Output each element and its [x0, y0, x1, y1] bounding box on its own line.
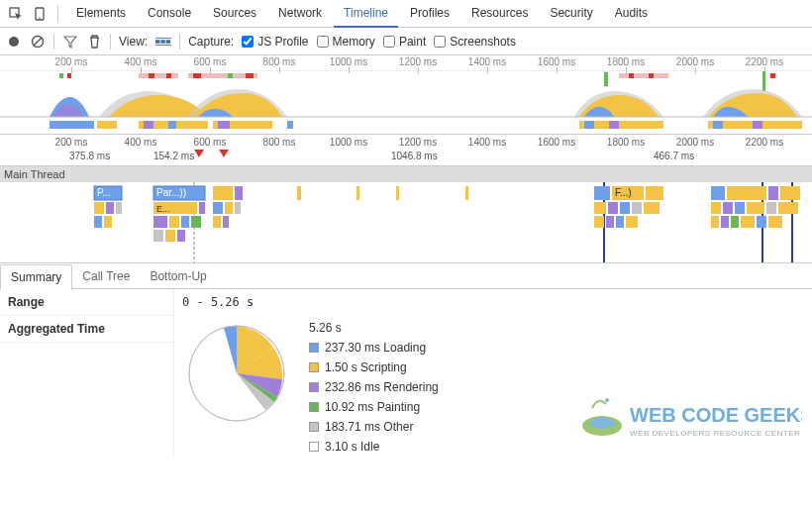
- record-icon[interactable]: [6, 34, 22, 50]
- overview-chart: [0, 71, 812, 134]
- tab-elements[interactable]: Elements: [66, 0, 136, 28]
- svg-rect-18: [228, 73, 233, 78]
- ruler-tick: 1400 ms: [468, 137, 506, 148]
- tab-network[interactable]: Network: [268, 0, 332, 28]
- flame-ruler[interactable]: 200 ms400 ms600 ms800 ms1000 ms1200 ms14…: [0, 135, 812, 166]
- summary-panel: Range Aggregated Time 0 - 5.26 s 5.26 s …: [0, 289, 812, 458]
- svg-point-2: [39, 17, 41, 19]
- svg-rect-81: [620, 202, 630, 214]
- svg-rect-58: [169, 216, 179, 228]
- filter-icon[interactable]: [62, 34, 78, 50]
- svg-rect-37: [609, 121, 619, 129]
- svg-rect-62: [165, 230, 175, 242]
- summary-content: 0 - 5.26 s 5.26 s 237.30 ms Loading 1.50…: [174, 289, 812, 458]
- svg-rect-13: [139, 73, 178, 78]
- ruler-tick: 400 ms: [125, 137, 157, 148]
- svg-rect-96: [766, 202, 776, 214]
- svg-text:F...): F...): [615, 187, 632, 198]
- svg-rect-67: [225, 202, 233, 214]
- svg-rect-82: [632, 202, 642, 214]
- svg-rect-69: [213, 216, 221, 228]
- svg-rect-98: [711, 216, 719, 228]
- total-time: 5.26 s: [309, 321, 439, 335]
- ruler-tick: 1800 ms: [607, 56, 645, 67]
- svg-rect-19: [246, 73, 254, 78]
- svg-rect-74: [465, 186, 468, 200]
- flame-chart[interactable]: P... Par...)) E... F...): [0, 182, 812, 263]
- inspect-icon[interactable]: [6, 4, 26, 24]
- svg-rect-68: [235, 202, 241, 214]
- ruler-tick: 1600 ms: [538, 137, 575, 148]
- svg-text:P...: P...: [97, 187, 111, 198]
- svg-rect-88: [711, 186, 725, 200]
- tab-security[interactable]: Security: [540, 0, 602, 28]
- screenshots-checkbox[interactable]: Screenshots: [434, 35, 516, 49]
- svg-rect-12: [67, 73, 71, 78]
- svg-rect-90: [768, 186, 778, 200]
- interval-label: 466.7 ms: [654, 151, 694, 161]
- tab-audits[interactable]: Audits: [605, 0, 658, 28]
- svg-rect-78: [646, 186, 663, 200]
- svg-rect-89: [727, 186, 766, 200]
- svg-rect-72: [356, 186, 359, 200]
- trash-icon[interactable]: [86, 34, 102, 50]
- tab-resources[interactable]: Resources: [461, 0, 538, 28]
- main-thread-header[interactable]: Main Thread: [0, 166, 812, 182]
- range-label: Range: [8, 295, 45, 309]
- ruler-tick: 800 ms: [263, 56, 296, 67]
- ruler-tick: 400 ms: [125, 56, 157, 67]
- subtab-call-tree[interactable]: Call Tree: [72, 264, 140, 288]
- svg-rect-64: [213, 186, 233, 200]
- js-profile-checkbox[interactable]: JS Profile: [242, 35, 308, 49]
- divider: [179, 34, 180, 50]
- device-icon[interactable]: [30, 4, 50, 24]
- svg-rect-47: [94, 202, 104, 214]
- clear-icon[interactable]: [30, 34, 46, 50]
- svg-text:WEB CODE GEEKS: WEB CODE GEEKS: [630, 404, 802, 426]
- svg-rect-85: [606, 216, 614, 228]
- svg-rect-80: [608, 202, 618, 214]
- svg-rect-102: [757, 216, 766, 228]
- memory-checkbox[interactable]: Memory: [317, 35, 375, 49]
- svg-rect-97: [778, 202, 798, 214]
- ruler-tick: 1800 ms: [607, 137, 645, 148]
- tab-profiles[interactable]: Profiles: [400, 0, 459, 28]
- tab-timeline[interactable]: Timeline: [334, 0, 398, 28]
- svg-rect-27: [50, 121, 94, 129]
- summary-labels: Range Aggregated Time: [0, 289, 174, 458]
- svg-rect-56: [199, 202, 205, 214]
- svg-rect-66: [213, 202, 223, 214]
- ruler-tick: 200 ms: [55, 137, 88, 148]
- svg-rect-61: [153, 230, 163, 242]
- svg-rect-22: [629, 73, 634, 78]
- svg-rect-21: [619, 73, 668, 78]
- subtab-bottom-up[interactable]: Bottom-Up: [140, 264, 216, 288]
- tab-console[interactable]: Console: [138, 0, 201, 28]
- svg-rect-23: [649, 73, 654, 78]
- svg-rect-20: [604, 72, 608, 86]
- svg-text:WEB DEVELOPERS RESOURCE CENTER: WEB DEVELOPERS RESOURCE CENTER: [630, 429, 800, 438]
- ruler-tick: 1200 ms: [399, 56, 437, 67]
- long-task-marker-icon: [194, 150, 204, 157]
- svg-rect-83: [644, 202, 660, 214]
- svg-rect-103: [768, 216, 782, 228]
- subtab-summary[interactable]: Summary: [0, 264, 72, 290]
- svg-rect-101: [741, 216, 755, 228]
- svg-text:Par...)): Par...)): [156, 187, 186, 198]
- interval-label: 154.2 ms: [153, 151, 194, 161]
- svg-rect-24: [762, 71, 765, 91]
- frames-view-icon[interactable]: [155, 34, 171, 50]
- interval-label: 375.8 ms: [69, 151, 110, 161]
- ruler-tick: 1000 ms: [330, 137, 367, 148]
- pie-legend: 5.26 s 237.30 ms Loading 1.50 s Scriptin…: [309, 321, 439, 454]
- svg-rect-86: [616, 216, 624, 228]
- paint-checkbox[interactable]: Paint: [383, 35, 426, 49]
- legend-rendering: 232.86 ms Rendering: [309, 380, 439, 394]
- svg-rect-17: [193, 73, 201, 78]
- tab-sources[interactable]: Sources: [203, 0, 266, 28]
- ruler-tick: 600 ms: [194, 137, 227, 148]
- overview-strip[interactable]: 200 ms400 ms600 ms800 ms1000 ms1200 ms14…: [0, 55, 812, 135]
- svg-rect-6: [155, 40, 159, 44]
- svg-rect-33: [218, 121, 230, 129]
- svg-rect-99: [721, 216, 729, 228]
